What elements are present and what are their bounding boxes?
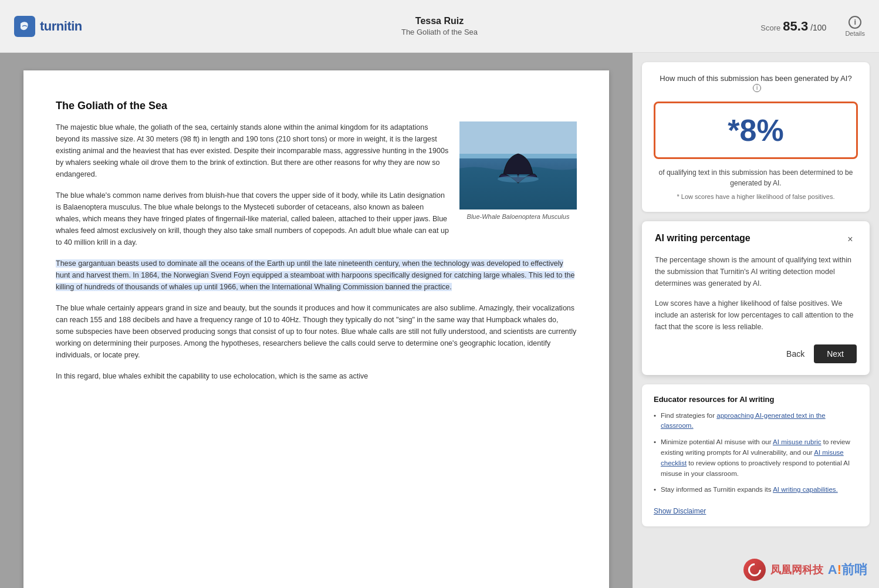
resource-link-1[interactable]: approaching AI-generated text in the cla… [661,412,826,430]
header-right: Score 85.3 /100 i Details [760,16,865,37]
educator-resources: Educator resources for AI writing Find s… [642,384,870,527]
watermark-chinese-text: 凤凰网科技 [770,563,823,577]
right-panel: How much of this submission has been gen… [633,53,879,588]
logo-icon [14,16,35,37]
ai-score-card: How much of this submission has been gen… [642,62,870,212]
popup-header: AI writing percentage × [655,233,857,246]
resources-title: Educator resources for AI writing [654,395,858,404]
resources-list: Find strategies for approaching AI-gener… [654,411,858,496]
score-label: Score [760,23,780,32]
doc-para-4: The blue whale certainly appears grand i… [56,302,577,361]
resource-link-2a[interactable]: AI misuse rubric [773,438,821,445]
logo-text: turnitin [40,19,82,34]
logo-area: turnitin [14,16,82,37]
info-icon: i [848,16,861,29]
svg-point-3 [498,175,539,183]
ai-percentage-box: *8% [654,102,858,159]
ai-writing-popup: AI writing percentage × The percentage s… [642,221,870,375]
resource-item-3: Stay informed as Turnitin expands its AI… [654,485,858,495]
header-user-name: Tessa Ruiz [401,16,478,26]
header-center: Tessa Ruiz The Goliath of the Sea [401,16,478,36]
ai-description: of qualifying text in this submission ha… [654,167,858,188]
popup-paragraph-1: The percentage shown is the amount of qu… [655,254,857,289]
ai-info-icon[interactable]: i [753,84,761,92]
resource-link-3[interactable]: AI writing capabilities. [773,486,838,493]
resource-item-1: Find strategies for approaching AI-gener… [654,411,858,432]
popup-footer: Back Next [655,344,857,363]
resource-link-2b[interactable]: AI misuse checklist [661,449,844,467]
watermark: 凤凰网科技 A!前哨 [743,559,867,581]
popup-close-button[interactable]: × [844,233,857,246]
image-caption: Blue-Whale Baloenoptera Musculus [459,212,577,222]
document-body: Blue-Whale Baloenoptera Musculus The maj… [56,121,577,382]
document-title: The Goliath of the Sea [56,100,577,112]
header-doc-title: The Goliath of the Sea [401,28,478,36]
popup-paragraph-2: Low scores have a higher likelihood of f… [655,298,857,333]
document-page: The Goliath of the Sea [23,70,609,588]
details-label: Details [845,30,865,37]
score-value: 85.3 [783,19,808,34]
ai-note: * Low scores have a higher likelihood of… [654,193,858,200]
document-panel: The Goliath of the Sea [0,53,633,588]
back-button[interactable]: Back [786,349,804,359]
popup-body: The percentage shown is the amount of qu… [655,254,857,333]
next-button[interactable]: Next [814,344,857,363]
ai-score-question: How much of this submission has been gen… [654,74,858,92]
watermark-circle-icon [743,559,766,581]
doc-para-3: These gargantuan beasts used to dominate… [56,258,577,293]
ai-percentage-value: *8% [665,113,847,148]
resource-item-2: Minimize potential AI misuse with our AI… [654,437,858,479]
details-button[interactable]: i Details [845,16,865,37]
whale-image [459,121,577,209]
watermark-swirl-icon [745,560,763,579]
svg-rect-1 [459,121,577,157]
popup-title: AI writing percentage [655,233,750,244]
score-section: Score 85.3 /100 [760,19,826,34]
score-max: /100 [810,23,826,32]
watermark-ai-text: A!前哨 [828,561,867,579]
header: turnitin Tessa Ruiz The Goliath of the S… [0,0,879,53]
show-disclaimer-link[interactable]: Show Disclaimer [654,507,706,515]
main-content: The Goliath of the Sea [0,53,879,588]
document-image-container: Blue-Whale Baloenoptera Musculus [459,121,577,222]
doc-para-5: In this regard, blue whales exhibit the … [56,370,577,382]
